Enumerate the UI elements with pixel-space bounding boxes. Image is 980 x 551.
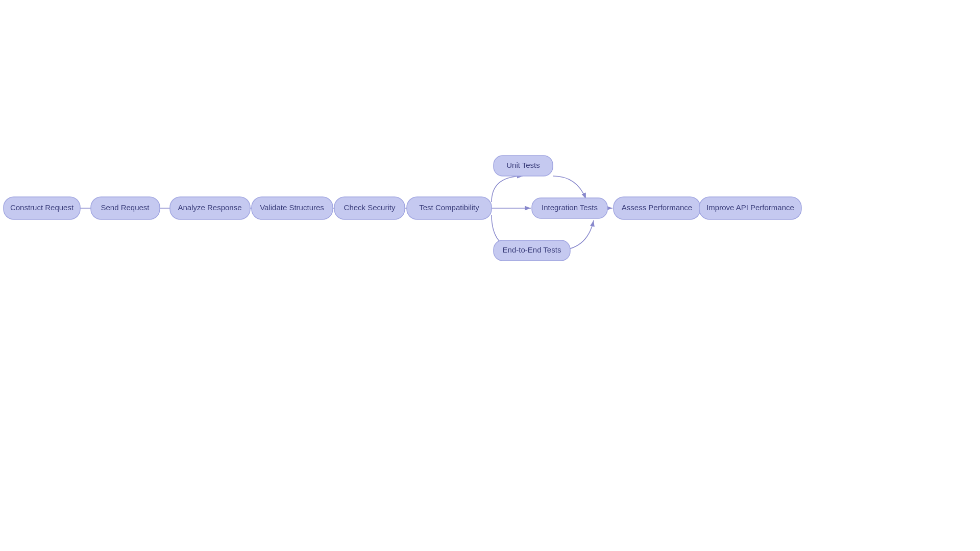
node-validate-structures-label: Validate Structures <box>260 203 324 212</box>
node-test-compatibility-label: Test Compatibility <box>419 203 479 212</box>
node-integration-tests-label: Integration Tests <box>542 203 598 212</box>
node-check-security-label: Check Security <box>344 203 396 212</box>
node-analyze-response-label: Analyze Response <box>178 203 241 212</box>
node-assess-performance-label: Assess Performance <box>622 203 692 212</box>
node-construct-request-label: Construct Request <box>10 203 74 212</box>
node-improve-api-performance-label: Improve API Performance <box>706 203 794 212</box>
node-unit-tests-label: Unit Tests <box>506 161 540 169</box>
arrow-compatibility-unit <box>492 176 523 202</box>
node-e2e-tests-label: End-to-End Tests <box>503 245 561 254</box>
node-send-request-label: Send Request <box>101 203 150 212</box>
arrow-unit-assess <box>553 176 586 199</box>
